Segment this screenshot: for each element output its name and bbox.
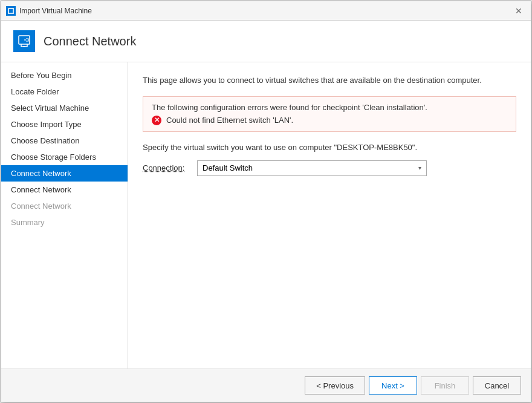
main-content: This page allows you to connect to virtu… xyxy=(128,62,531,369)
page-header-title: Connect Network xyxy=(44,34,136,48)
sidebar-item-8: Connect Network xyxy=(1,198,128,214)
header-section: Connect Network xyxy=(1,21,531,62)
window-icon xyxy=(6,6,16,16)
content-area: Before You BeginLocate FolderSelect Virt… xyxy=(1,62,531,369)
dropdown-arrow-icon: ▾ xyxy=(418,165,421,171)
sidebar-item-4[interactable]: Choose Destination xyxy=(1,133,128,149)
error-box: The following configuration errors were … xyxy=(143,96,516,132)
sidebar-item-6[interactable]: Connect Network xyxy=(1,165,128,182)
previous-button[interactable]: < Previous xyxy=(305,376,365,395)
cancel-button[interactable]: Cancel xyxy=(473,376,521,395)
svg-rect-1 xyxy=(9,9,13,13)
connection-row: Connection: Default Switch ▾ xyxy=(143,160,516,176)
main-window: Import Virtual Machine ✕ Connect Network… xyxy=(1,1,531,402)
sidebar-item-5[interactable]: Choose Storage Folders xyxy=(1,149,128,165)
error-icon: ✕ xyxy=(152,116,161,125)
sidebar-item-1[interactable]: Locate Folder xyxy=(1,84,128,100)
close-button[interactable]: ✕ xyxy=(511,4,526,18)
error-line: ✕ Could not find Ethernet switch 'LAN'. xyxy=(152,116,507,125)
next-button[interactable]: Next > xyxy=(369,376,417,395)
sidebar-item-3[interactable]: Choose Import Type xyxy=(1,116,128,133)
intro-text: This page allows you to connect to virtu… xyxy=(143,74,516,87)
error-text: Could not find Ethernet switch 'LAN'. xyxy=(166,116,293,125)
sidebar-item-0[interactable]: Before You Begin xyxy=(1,67,128,84)
sidebar-item-9: Summary xyxy=(1,214,128,231)
footer: < Previous Next > Finish Cancel xyxy=(1,369,531,402)
header-icon xyxy=(13,30,35,52)
connection-label: Connection: xyxy=(143,163,191,172)
error-header: The following configuration errors were … xyxy=(152,103,507,112)
specify-text: Specify the virtual switch you want to u… xyxy=(143,143,516,152)
window-title: Import Virtual Machine xyxy=(19,7,511,15)
sidebar-item-7[interactable]: Connect Network xyxy=(1,182,128,198)
connection-select-value: Default Switch xyxy=(203,163,418,172)
finish-button[interactable]: Finish xyxy=(421,376,469,395)
title-bar: Import Virtual Machine ✕ xyxy=(1,1,531,21)
sidebar-item-2[interactable]: Select Virtual Machine xyxy=(1,100,128,116)
connection-dropdown[interactable]: Default Switch ▾ xyxy=(197,160,427,176)
sidebar: Before You BeginLocate FolderSelect Virt… xyxy=(1,62,128,369)
